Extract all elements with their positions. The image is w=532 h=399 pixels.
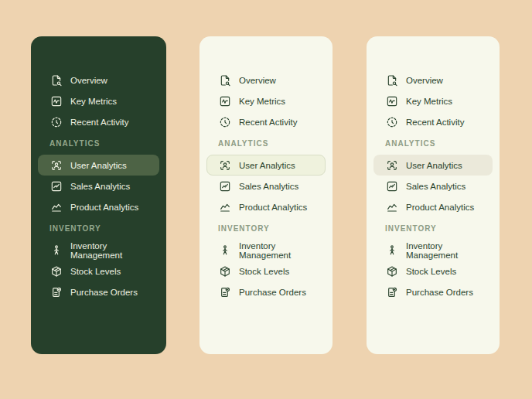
- menu-item-label: Sales Analytics: [239, 182, 298, 191]
- file-search-icon: [219, 74, 231, 87]
- menu-item-stock-levels[interactable]: Stock Levels: [206, 261, 326, 281]
- menu-item-key-metrics[interactable]: Key Metrics: [373, 90, 493, 111]
- file-search-icon: [50, 74, 63, 87]
- menu-group-analytics: ANALYTICS User Analytics: [31, 132, 166, 217]
- menu-item-label: Sales Analytics: [70, 182, 130, 191]
- menu-item-stock-levels[interactable]: Stock Levels: [38, 261, 159, 281]
- menu-item-stock-levels[interactable]: Stock Levels: [373, 261, 493, 281]
- section-header-inventory: INVENTORY: [367, 217, 500, 240]
- menu-item-label: Recent Activity: [70, 118, 128, 127]
- menu-item-label: Key Metrics: [406, 97, 452, 106]
- chart-line-icon: [386, 201, 398, 213]
- menu-item-overview[interactable]: Overview: [206, 70, 326, 90]
- menu-item-label: Key Metrics: [239, 97, 285, 106]
- chart-square-icon: [50, 95, 63, 107]
- section-header-analytics: ANALYTICS: [367, 132, 500, 155]
- menu-item-product-analytics[interactable]: Product Analytics: [38, 196, 159, 217]
- order-check-icon: [219, 286, 231, 298]
- menu-item-recent-activity[interactable]: Recent Activity: [38, 111, 159, 132]
- chart-line-icon: [219, 201, 231, 213]
- menu-item-sales-analytics[interactable]: Sales Analytics: [38, 176, 159, 196]
- person-icon: [219, 244, 231, 257]
- menu-item-inventory-management[interactable]: Inventory Management: [38, 240, 159, 261]
- menu-item-label: Product Analytics: [239, 203, 307, 212]
- order-check-icon: [386, 286, 398, 298]
- menu-item-label: Sales Analytics: [406, 182, 466, 191]
- sidebar-panel-dark: Overview Key Metrics: [31, 36, 166, 354]
- menu-item-product-analytics[interactable]: Product Analytics: [206, 196, 326, 217]
- sidebar-panel-light-filled: Overview Key Metrics: [367, 36, 500, 354]
- menu-item-user-analytics[interactable]: User Analytics: [373, 155, 493, 176]
- user-scan-icon: [219, 159, 231, 172]
- section-header-inventory: INVENTORY: [31, 217, 166, 240]
- section-header-analytics: ANALYTICS: [200, 132, 332, 155]
- menu-item-key-metrics[interactable]: Key Metrics: [206, 90, 326, 111]
- menu-item-label: Stock Levels: [406, 267, 456, 276]
- chart-square-icon: [386, 95, 398, 107]
- menu-item-product-analytics[interactable]: Product Analytics: [373, 196, 493, 217]
- menu-item-label: Purchase Orders: [239, 288, 306, 297]
- menu-item-sales-analytics[interactable]: Sales Analytics: [373, 176, 493, 196]
- history-icon: [219, 116, 231, 128]
- menu-group-inventory: INVENTORY Inventory Management: [200, 217, 332, 302]
- menu-item-recent-activity[interactable]: Recent Activity: [206, 111, 326, 132]
- history-icon: [386, 116, 398, 128]
- menu-item-label: Inventory Management: [70, 241, 159, 260]
- package-icon: [219, 265, 231, 278]
- sidebar-menu: Overview Key Metrics: [31, 70, 166, 302]
- package-icon: [386, 265, 398, 278]
- person-icon: [50, 244, 63, 257]
- menu-item-sales-analytics[interactable]: Sales Analytics: [206, 176, 326, 196]
- menu-item-label: Recent Activity: [239, 118, 297, 127]
- menu-item-purchase-orders[interactable]: Purchase Orders: [373, 281, 493, 302]
- menu-item-label: Inventory Management: [406, 241, 492, 260]
- menu-group-general: Overview Key Metrics: [367, 70, 500, 132]
- order-check-icon: [50, 286, 63, 298]
- sidebar-menu: Overview Key Metrics: [367, 70, 500, 302]
- section-header-analytics: ANALYTICS: [31, 132, 166, 155]
- menu-item-label: Product Analytics: [406, 203, 474, 212]
- menu-item-label: Purchase Orders: [70, 288, 138, 297]
- menu-group-analytics: ANALYTICS User Analytics: [367, 132, 500, 217]
- menu-item-label: Inventory Management: [239, 241, 325, 260]
- menu-item-label: Product Analytics: [70, 203, 138, 212]
- menu-item-label: User Analytics: [239, 161, 295, 170]
- menu-item-label: Stock Levels: [239, 267, 289, 276]
- menu-group-general: Overview Key Metrics: [200, 70, 332, 132]
- chart-square-icon: [219, 95, 231, 107]
- package-icon: [50, 265, 63, 278]
- menu-item-purchase-orders[interactable]: Purchase Orders: [206, 281, 326, 302]
- menu-item-user-analytics[interactable]: User Analytics: [38, 155, 159, 176]
- user-scan-icon: [386, 159, 398, 172]
- menu-item-key-metrics[interactable]: Key Metrics: [38, 90, 159, 111]
- menu-group-general: Overview Key Metrics: [31, 70, 166, 132]
- history-icon: [50, 116, 63, 128]
- menu-item-label: Overview: [70, 76, 107, 85]
- menu-group-inventory: INVENTORY Inventory Management: [367, 217, 500, 302]
- user-scan-icon: [50, 159, 63, 172]
- menu-item-user-analytics[interactable]: User Analytics: [206, 155, 326, 176]
- menu-group-inventory: INVENTORY Inventory Management: [31, 217, 166, 302]
- chart-box-icon: [386, 180, 398, 193]
- menu-item-purchase-orders[interactable]: Purchase Orders: [38, 281, 159, 302]
- menu-item-label: User Analytics: [70, 161, 127, 170]
- menu-item-label: User Analytics: [406, 161, 462, 170]
- menu-item-recent-activity[interactable]: Recent Activity: [373, 111, 493, 132]
- menu-item-label: Key Metrics: [70, 97, 117, 106]
- chart-box-icon: [50, 180, 63, 193]
- menu-item-label: Overview: [239, 76, 276, 85]
- menu-item-label: Stock Levels: [70, 267, 121, 276]
- menu-item-inventory-management[interactable]: Inventory Management: [373, 240, 493, 261]
- menu-item-overview[interactable]: Overview: [373, 70, 493, 90]
- menu-item-overview[interactable]: Overview: [38, 70, 159, 90]
- sidebar-menu: Overview Key Metrics: [200, 70, 332, 302]
- chart-line-icon: [50, 201, 63, 213]
- menu-item-label: Overview: [406, 76, 443, 85]
- menu-item-inventory-management[interactable]: Inventory Management: [206, 240, 326, 261]
- menu-group-analytics: ANALYTICS User Analytics: [200, 132, 332, 217]
- menu-item-label: Purchase Orders: [406, 288, 473, 297]
- menu-item-label: Recent Activity: [406, 118, 464, 127]
- section-header-inventory: INVENTORY: [200, 217, 332, 240]
- person-icon: [386, 244, 398, 257]
- sidebar-panel-light-outlined: Overview Key Metrics: [200, 36, 332, 354]
